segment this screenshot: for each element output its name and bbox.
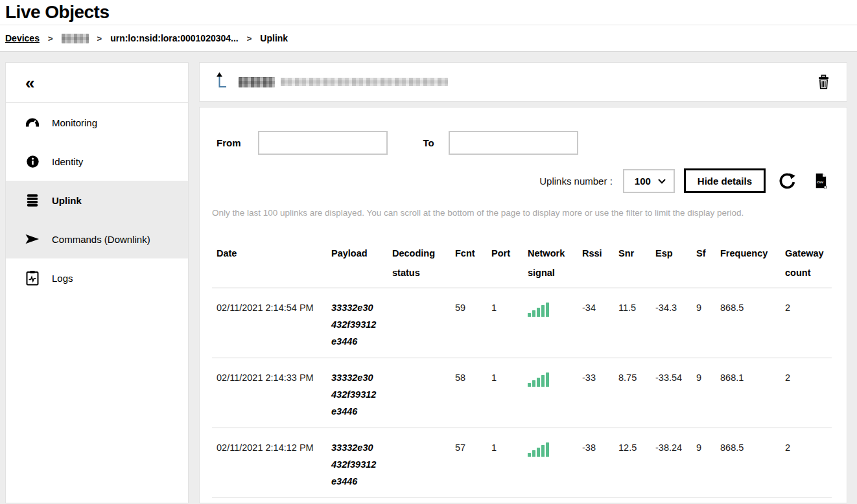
cell-rssi: -34 [578, 288, 614, 358]
cell-frequency: 868.5 [716, 288, 781, 358]
uplink-arrow-icon [216, 72, 228, 92]
delete-device-button[interactable] [817, 74, 830, 89]
cell-fcnt: 56 [451, 498, 487, 503]
cell-gateway-count: 2 [781, 358, 832, 428]
app-header: Live Objects [0, 0, 857, 25]
cell-snr: 11.5 [614, 288, 651, 358]
cell-esp: -34.3 [651, 288, 692, 358]
cell-signal [523, 498, 578, 503]
to-label: To [423, 137, 434, 148]
sidebar-item-identity[interactable]: Identity [6, 142, 188, 181]
breadcrumb-redacted-device-name [62, 34, 89, 43]
cell-snr: 13.5 [614, 498, 651, 503]
cell-frequency: 868.5 [716, 428, 781, 498]
page-title: Live Objects [5, 2, 110, 23]
sidebar-item-uplink[interactable]: Uplink [6, 181, 188, 220]
uplinks-number-value: 100 [635, 176, 651, 187]
cell-sf: 9 [692, 288, 716, 358]
col-gateway-count: Gateway count [781, 241, 832, 288]
col-port: Port [487, 241, 523, 288]
cell-port: 1 [487, 428, 523, 498]
cell-gateway-count: 2 [781, 428, 832, 498]
table-row[interactable]: 02/11/2021 2:14:12 PM33332e30432f39312e3… [212, 428, 832, 498]
cell-sf: 9 [692, 428, 716, 498]
uplinks-table: Date Payload Decoding status Fcnt Port N… [212, 241, 832, 503]
cell-fcnt: 59 [451, 288, 487, 358]
table-row[interactable]: 02/11/2021 2:13:52 PM33332e30432f39312e3… [212, 498, 832, 503]
controls-row: Uplinks number : 100 Hide details [200, 168, 847, 193]
cell-date: 02/11/2021 2:14:12 PM [212, 428, 327, 498]
cell-rssi: -36 [578, 498, 614, 503]
cell-fcnt: 58 [451, 358, 487, 428]
col-rssi: Rssi [578, 241, 614, 288]
database-icon [25, 192, 40, 208]
trash-icon [817, 74, 830, 89]
table-row[interactable]: 02/11/2021 2:14:33 PM33332e30432f39312e3… [212, 358, 832, 428]
refresh-icon [779, 172, 796, 190]
sidebar-item-logs[interactable]: Logs [6, 258, 188, 297]
breadcrumb-urn[interactable]: urn:lo:nsid:lora:0001020304... [110, 33, 239, 43]
cell-esp: -38.24 [651, 428, 692, 498]
table-header-row: Date Payload Decoding status Fcnt Port N… [212, 241, 832, 288]
cell-frequency: 868.1 [716, 358, 781, 428]
refresh-button[interactable] [779, 172, 796, 190]
col-snr: Snr [614, 241, 651, 288]
cell-rssi: -33 [578, 358, 614, 428]
cell-sf: 9 [692, 498, 716, 503]
cell-esp: -36.19 [651, 498, 692, 503]
sidebar-item-label: Uplink [52, 195, 82, 206]
network-signal-icon [528, 371, 549, 387]
col-network-signal: Network signal [523, 241, 578, 288]
chevron-right-icon: > [97, 34, 102, 43]
csv-file-icon: csv [814, 173, 827, 189]
cell-frequency: 868.3 [716, 498, 781, 503]
network-signal-icon [528, 301, 549, 317]
cell-sf: 9 [692, 358, 716, 428]
cell-port: 1 [487, 358, 523, 428]
cell-port: 1 [487, 288, 523, 358]
export-csv-button[interactable]: csv [814, 173, 827, 189]
uplinks-number-label: Uplinks number : [539, 176, 613, 187]
cell-signal [523, 428, 578, 498]
uplinks-number-select[interactable]: 100 [623, 169, 675, 193]
sidebar-item-commands[interactable]: Commands (Downlink) [6, 220, 188, 258]
sidebar-item-label: Identity [52, 156, 83, 167]
sidebar-item-label: Logs [52, 273, 73, 284]
cell-gateway-count: 1 [781, 498, 832, 503]
breadcrumb: Devices > > urn:lo:nsid:lora:0001020304.… [0, 25, 857, 52]
device-name-redacted-segment [239, 77, 275, 87]
col-sf: Sf [692, 241, 716, 288]
from-date-input[interactable] [258, 131, 388, 155]
cell-fcnt: 57 [451, 428, 487, 498]
col-date: Date [212, 241, 327, 288]
cell-payload: 33332e30432f39312e3446 [327, 288, 388, 358]
from-label: From [217, 137, 241, 148]
to-date-input[interactable] [449, 131, 578, 155]
hide-details-button[interactable]: Hide details [684, 168, 766, 193]
cell-date: 02/11/2021 2:14:54 PM [212, 288, 327, 358]
collapse-sidebar-icon[interactable]: « [25, 76, 34, 89]
col-frequency: Frequency [716, 241, 781, 288]
device-id-redacted-segment [281, 78, 448, 86]
table-row[interactable]: 02/11/2021 2:14:54 PM33332e30432f39312e3… [212, 288, 832, 358]
breadcrumb-devices-link[interactable]: Devices [5, 33, 40, 43]
col-payload: Payload [327, 241, 388, 288]
svg-text:csv: csv [817, 180, 824, 184]
cell-decoding-status [388, 358, 451, 428]
cell-snr: 8.75 [614, 358, 651, 428]
cell-payload: 33332e30432f39312e3446 [327, 428, 388, 498]
cell-date: 02/11/2021 2:13:52 PM [212, 498, 327, 503]
col-decoding-status: Decoding status [388, 241, 451, 288]
cell-payload: 33332e30432f39312e3446 [327, 358, 388, 428]
chevron-down-icon [658, 175, 666, 187]
sidebar-item-monitoring[interactable]: Monitoring [6, 103, 188, 142]
cell-payload: 33332e30432f39312e3446 [327, 498, 388, 503]
uplink-content-panel: From To Uplinks number : 100 Hide detail… [199, 107, 847, 503]
send-icon [25, 231, 40, 247]
col-fcnt: Fcnt [451, 241, 487, 288]
cell-esp: -33.54 [651, 358, 692, 428]
chevron-right-icon: > [48, 34, 53, 43]
device-header-panel [199, 62, 847, 102]
cell-decoding-status [388, 288, 451, 358]
sidebar: « Monitoring Identity Uplink Commands (D… [5, 62, 189, 503]
